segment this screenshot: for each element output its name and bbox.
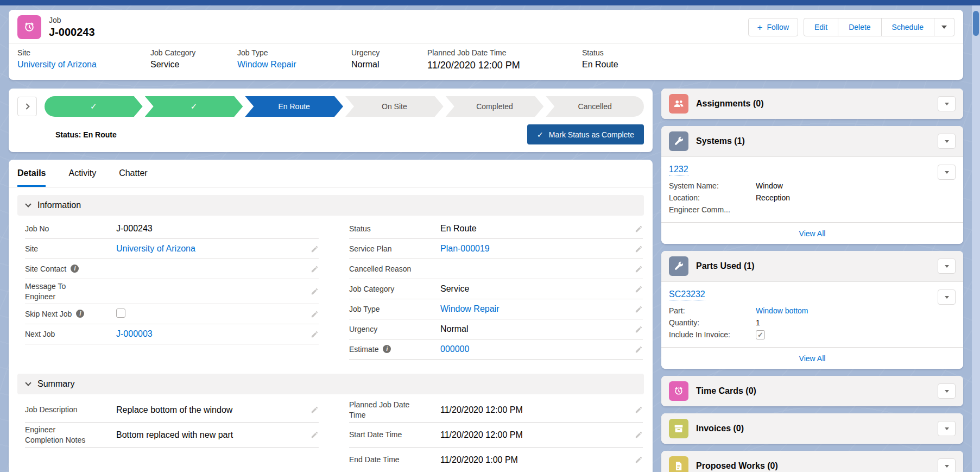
- action-button-group: Edit Delete Schedule: [804, 18, 954, 36]
- proposed-works-header[interactable]: Proposed Works (0): [661, 451, 963, 472]
- assignments-icon: [669, 94, 688, 114]
- path-step-cancelled[interactable]: Cancelled: [546, 96, 644, 117]
- site-link[interactable]: University of Arizona: [116, 244, 306, 254]
- estimate-link[interactable]: 000000: [440, 344, 630, 354]
- edit-pencil-icon[interactable]: [630, 265, 643, 273]
- related-card-time-cards: Time Cards (0): [661, 376, 963, 406]
- edit-pencil-icon[interactable]: [630, 406, 643, 414]
- edit-pencil-icon[interactable]: [306, 245, 319, 253]
- assignments-header[interactable]: Assignments (0): [661, 89, 963, 119]
- more-actions-button[interactable]: [934, 18, 954, 36]
- site-link[interactable]: University of Arizona: [17, 60, 145, 70]
- field-next-job: Next Job J-000003: [25, 324, 319, 344]
- tab-details[interactable]: Details: [17, 168, 46, 187]
- part-quantity-row: Quantity:1: [669, 317, 938, 329]
- part-record-link[interactable]: SC23232: [669, 290, 705, 300]
- delete-button[interactable]: Delete: [838, 18, 881, 36]
- path-step-en-route[interactable]: En Route: [245, 96, 343, 117]
- info-icon[interactable]: i: [71, 265, 79, 273]
- field-planned-job-date-time: Planned Job Date Time 11/20/2020 12:00 P…: [349, 398, 643, 423]
- time-cards-title: Time Cards (0): [696, 386, 756, 396]
- field-engineer-completion-notes: Engineer Completion Notes Bottom replace…: [25, 423, 319, 448]
- system-record-link[interactable]: 1232: [669, 165, 688, 175]
- tab-activity[interactable]: Activity: [68, 168, 96, 187]
- edit-pencil-icon[interactable]: [630, 225, 643, 233]
- invoices-header[interactable]: Invoices (0): [661, 413, 963, 444]
- page-title: J-000243: [49, 26, 95, 39]
- job-type-link[interactable]: Window Repair: [237, 60, 346, 70]
- field-service-plan: Service Plan Plan-000019: [349, 239, 643, 259]
- time-cards-icon: [669, 381, 688, 401]
- next-job-link[interactable]: J-000003: [116, 329, 306, 339]
- proposed-works-actions-button[interactable]: [938, 458, 956, 472]
- edit-pencil-icon[interactable]: [630, 345, 643, 354]
- status-path-card: ✓ ✓ En Route On Site Completed Cancelled…: [9, 89, 653, 152]
- edit-pencil-icon[interactable]: [306, 265, 319, 273]
- path-step-2-complete[interactable]: ✓: [145, 96, 243, 117]
- edit-pencil-icon[interactable]: [630, 305, 643, 313]
- record-titles: Job J-000243: [49, 16, 95, 39]
- view-all-link[interactable]: View All: [799, 229, 826, 238]
- part-link[interactable]: Window bottom: [756, 305, 808, 317]
- parts-used-actions-button[interactable]: [938, 259, 956, 274]
- document-icon: [673, 460, 685, 472]
- field-site: Site University of Arizona: [25, 239, 319, 259]
- edit-pencil-icon[interactable]: [630, 431, 643, 439]
- follow-button[interactable]: + Follow: [748, 18, 798, 36]
- schedule-button[interactable]: Schedule: [882, 18, 934, 36]
- systems-header[interactable]: Systems (1): [661, 126, 963, 156]
- edit-pencil-icon[interactable]: [306, 431, 319, 439]
- edit-pencil-icon[interactable]: [306, 406, 319, 414]
- related-card-systems: Systems (1) 1232 System Name:Window Loca…: [661, 126, 963, 244]
- section-summary[interactable]: Summary: [17, 374, 644, 394]
- edit-pencil-icon[interactable]: [630, 285, 643, 293]
- edit-pencil-icon[interactable]: [306, 310, 319, 318]
- edit-pencil-icon[interactable]: [306, 287, 319, 295]
- app-header-strip: [0, 0, 980, 5]
- edit-pencil-icon[interactable]: [630, 456, 643, 464]
- system-item-actions-button[interactable]: [938, 165, 956, 180]
- record-actions: + Follow Edit Delete Schedule: [748, 18, 954, 36]
- highlights-fields-row: Site University of Arizona Job Category …: [9, 43, 963, 80]
- parts-used-title: Parts Used (1): [696, 261, 755, 271]
- include-in-invoice-checkbox[interactable]: ✓: [756, 330, 765, 339]
- skip-next-job-checkbox[interactable]: [116, 309, 125, 318]
- parts-used-header[interactable]: Parts Used (1): [661, 251, 963, 281]
- related-card-parts-used: Parts Used (1) SC23232 Part:Window botto…: [661, 251, 963, 369]
- chevron-down-icon: [941, 26, 947, 29]
- edit-pencil-icon[interactable]: [630, 325, 643, 333]
- systems-view-all: View All: [661, 222, 963, 244]
- path-toggle-button[interactable]: [17, 97, 37, 116]
- systems-actions-button[interactable]: [938, 134, 956, 149]
- part-item-actions-button[interactable]: [938, 290, 956, 305]
- job-type-link[interactable]: Window Repair: [440, 304, 630, 314]
- related-card-invoices: Invoices (0): [661, 413, 963, 444]
- time-cards-header[interactable]: Time Cards (0): [661, 376, 963, 406]
- record-title-row: Job J-000243 + Follow Edit Delete Schedu…: [9, 10, 963, 43]
- field-message-to-engineer: Message To Engineer: [25, 279, 319, 304]
- info-icon[interactable]: i: [383, 345, 391, 353]
- service-plan-link[interactable]: Plan-000019: [440, 244, 630, 254]
- assignments-actions-button[interactable]: [938, 96, 956, 111]
- edit-pencil-icon[interactable]: [306, 330, 319, 338]
- tab-chatter[interactable]: Chatter: [119, 168, 147, 187]
- check-icon: ✓: [537, 130, 543, 139]
- section-information[interactable]: Information: [17, 195, 644, 216]
- time-cards-actions-button[interactable]: [938, 383, 956, 399]
- view-all-link[interactable]: View All: [799, 354, 826, 363]
- status-path: ✓ ✓ En Route On Site Completed Cancelled: [45, 96, 644, 117]
- chevron-down-icon: [945, 390, 949, 393]
- scrollbar-thumb[interactable]: [973, 11, 979, 36]
- path-step-1-complete[interactable]: ✓: [45, 96, 143, 117]
- mark-status-complete-button[interactable]: ✓ Mark Status as Complete: [527, 124, 644, 144]
- job-record-icon: [17, 15, 41, 39]
- edit-pencil-icon[interactable]: [630, 245, 643, 253]
- path-step-on-site[interactable]: On Site: [345, 96, 444, 117]
- path-step-completed[interactable]: Completed: [446, 96, 544, 117]
- invoices-actions-button[interactable]: [938, 421, 956, 436]
- info-icon[interactable]: i: [76, 310, 84, 318]
- field-job-description: Job Description Replace bottom of the wi…: [25, 398, 319, 423]
- edit-button[interactable]: Edit: [804, 18, 838, 36]
- part-row: Part:Window bottom: [669, 305, 938, 317]
- vertical-scrollbar[interactable]: [972, 5, 980, 472]
